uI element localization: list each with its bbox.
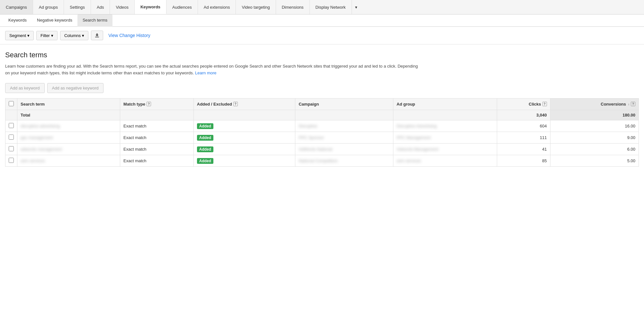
row4-checkbox[interactable] [9, 158, 14, 163]
conversions-help-icon[interactable]: ? [631, 102, 635, 106]
row1-clicks: 604 [497, 120, 550, 132]
total-campaign [295, 110, 393, 120]
tab-ads[interactable]: Ads [91, 0, 110, 14]
tab-videos[interactable]: Videos [110, 0, 135, 14]
tab-displaynetwork[interactable]: Display Network [310, 0, 352, 14]
row1-matchtype: Exact match [120, 120, 194, 132]
add-as-keyword-button[interactable]: Add as keyword [5, 83, 45, 93]
row2-adgroup: PPC Management [393, 132, 497, 143]
row3-matchtype: Exact match [120, 143, 194, 155]
total-checkbox-cell [5, 110, 17, 120]
more-tabs-button[interactable]: ▾ [352, 0, 361, 14]
subtab-searchterms[interactable]: Search terms [77, 14, 112, 27]
tab-audiences[interactable]: Audiences [166, 0, 198, 14]
row4-conversions: 5.00 [550, 155, 639, 166]
match-type-help-icon[interactable]: ? [147, 102, 151, 106]
row2-clicks: 111 [497, 132, 550, 143]
columns-label: Columns [64, 33, 81, 38]
tab-dimensions[interactable]: Dimensions [276, 0, 310, 14]
row1-searchterm: disruptive advertising [17, 120, 120, 132]
segment-label: Segment [9, 33, 26, 38]
total-row: Total 3,040 180.00 [5, 110, 639, 120]
tab-keywords[interactable]: Keywords [135, 0, 166, 14]
action-buttons-bar: Add as keyword Add as negative keyword [5, 83, 639, 93]
row4-campaign: National Competitors [295, 155, 393, 166]
row1-checkbox-cell [5, 120, 17, 132]
subtab-negativekeywords[interactable]: Negative keywords [32, 14, 77, 27]
row4-adgroup: sem services [393, 155, 497, 166]
table-row: disruptive advertising Exact match Added… [5, 120, 639, 132]
added-excluded-help-icon[interactable]: ? [233, 102, 238, 106]
header-match-type: Match type ? [120, 98, 194, 110]
row1-status: Added [193, 120, 295, 132]
toolbar: Segment ▾ Filter ▾ Columns ▾ View Change… [0, 27, 644, 44]
svg-rect-0 [95, 37, 99, 37]
row4-matchtype: Exact match [120, 155, 194, 166]
row3-conversions: 6.00 [550, 143, 639, 155]
row4-status: Added [193, 155, 295, 166]
row1-checkbox[interactable] [9, 123, 14, 128]
total-status [193, 110, 295, 120]
select-all-checkbox[interactable] [9, 101, 14, 106]
row2-checkbox-cell [5, 132, 17, 143]
search-terms-table: Search term Match type ? Added / Exclude… [5, 98, 639, 167]
row4-clicks: 85 [497, 155, 550, 166]
segment-dropdown-icon: ▾ [27, 33, 30, 38]
header-clicks: Clicks ? [497, 98, 550, 110]
subtab-keywords[interactable]: Keywords [3, 14, 32, 27]
header-search-term: Search term [17, 98, 120, 110]
header-checkbox-cell [5, 98, 17, 110]
add-as-negative-keyword-button[interactable]: Add as negative keyword [47, 83, 103, 93]
row3-clicks: 41 [497, 143, 550, 155]
learn-more-link[interactable]: Learn more [195, 70, 216, 75]
download-button[interactable] [91, 31, 103, 40]
segment-button[interactable]: Segment ▾ [5, 31, 34, 40]
row4-searchterm: sem services [17, 155, 120, 166]
table-header-row: Search term Match type ? Added / Exclude… [5, 98, 639, 110]
row2-status: Added [193, 132, 295, 143]
row2-conversions: 9.00 [550, 132, 639, 143]
top-navigation: Campaigns Ad groups Settings Ads Videos … [0, 0, 644, 14]
header-campaign: Campaign [295, 98, 393, 110]
row3-adgroup: Adwords Management [393, 143, 497, 155]
table-row: sem services Exact match Added National … [5, 155, 639, 166]
total-adgroup [393, 110, 497, 120]
view-change-history-link[interactable]: View Change History [108, 33, 150, 38]
header-conversions: Conversions ↓ ? [550, 98, 639, 110]
columns-button[interactable]: Columns ▾ [60, 31, 88, 40]
row1-adgroup: Disruptive Advertising [393, 120, 497, 132]
filter-label: Filter [40, 33, 50, 38]
total-clicks: 3,040 [497, 110, 550, 120]
row3-checkbox[interactable] [9, 146, 14, 151]
filter-dropdown-icon: ▾ [51, 33, 53, 38]
total-label: Total [17, 110, 120, 120]
header-ad-group: Ad group [393, 98, 497, 110]
sub-navigation: Keywords Negative keywords Search terms [0, 14, 644, 27]
tab-adextensions[interactable]: Ad extensions [198, 0, 236, 14]
row1-conversions: 16.00 [550, 120, 639, 132]
tab-campaigns[interactable]: Campaigns [0, 0, 33, 14]
row3-searchterm: adwords management [17, 143, 120, 155]
download-icon [94, 33, 100, 38]
page-description: Learn how customers are finding your ad.… [5, 63, 423, 77]
row3-checkbox-cell [5, 143, 17, 155]
tab-videotargeting[interactable]: Video targeting [236, 0, 276, 14]
row2-searchterm: ppc management [17, 132, 120, 143]
table-row: adwords management Exact match Added AdW… [5, 143, 639, 155]
total-matchtype [120, 110, 194, 120]
clicks-help-icon[interactable]: ? [542, 102, 547, 106]
row2-matchtype: Exact match [120, 132, 194, 143]
tab-settings[interactable]: Settings [64, 0, 91, 14]
main-content: Search terms Learn how customers are fin… [0, 44, 644, 167]
table-row: ppc management Exact match Added PPC Spo… [5, 132, 639, 143]
tab-adgroups[interactable]: Ad groups [33, 0, 64, 14]
row2-campaign: PPC Sponsor [295, 132, 393, 143]
row3-status: Added [193, 143, 295, 155]
filter-button[interactable]: Filter ▾ [36, 31, 58, 40]
row1-campaign: Disruptive [295, 120, 393, 132]
row3-campaign: AdWords National [295, 143, 393, 155]
row4-checkbox-cell [5, 155, 17, 166]
row2-checkbox[interactable] [9, 135, 14, 140]
header-added-excluded: Added / Excluded ? [193, 98, 295, 110]
total-conversions: 180.00 [550, 110, 639, 120]
